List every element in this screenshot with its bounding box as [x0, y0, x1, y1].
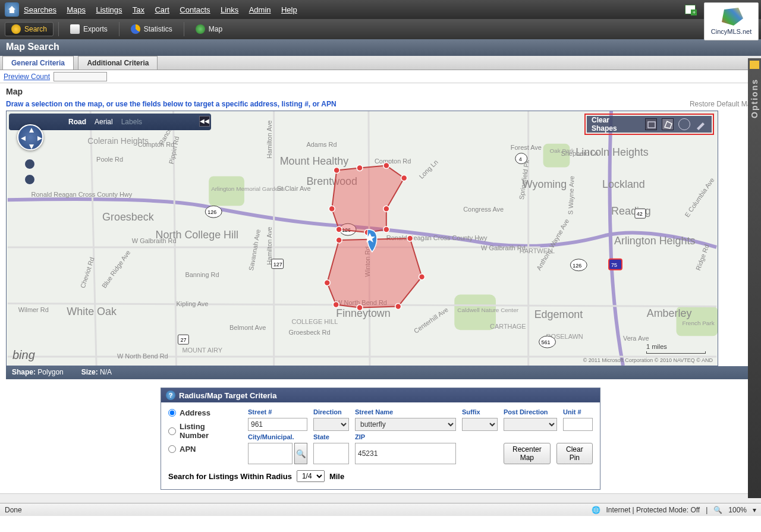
- svg-text:Ridge Rd: Ridge Rd: [694, 243, 710, 271]
- tab-additional-criteria[interactable]: Additional Criteria: [78, 56, 158, 70]
- svg-text:MOUNT AIRY: MOUNT AIRY: [182, 347, 222, 354]
- map-status-bar: Shape: Polygon Size: N/A: [6, 366, 755, 379]
- menu-links[interactable]: Links: [221, 5, 238, 14]
- horizontal-scrollbar[interactable]: [0, 493, 761, 503]
- svg-text:North College Hill: North College Hill: [156, 229, 238, 241]
- svg-text:E Columbia Ave: E Columbia Ave: [683, 177, 715, 218]
- svg-text:Ronald Reagan Cross County Hwy: Ronald Reagan Cross County Hwy: [32, 191, 133, 198]
- menu-listings[interactable]: Listings: [96, 5, 122, 14]
- radius-criteria-panel: ? Radius/Map Target Criteria Address Lis…: [161, 388, 600, 490]
- svg-text:Wilmer Rd: Wilmer Rd: [18, 306, 49, 313]
- toolbar-exports-button[interactable]: Exports: [64, 22, 114, 36]
- svg-text:Groesbeck: Groesbeck: [102, 211, 154, 223]
- preview-count-value: [54, 72, 107, 81]
- status-mode: Internet | Protected Mode: Off: [606, 506, 700, 514]
- restore-default-map-link[interactable]: Restore Default Map: [690, 100, 755, 108]
- menu-tax[interactable]: Tax: [133, 5, 144, 14]
- clear-pin-button[interactable]: Clear Pin: [556, 443, 593, 464]
- toolbar-separator: [119, 22, 120, 36]
- radius-select[interactable]: 1/4: [297, 470, 325, 482]
- zoom-icon[interactable]: 🔍: [713, 506, 722, 514]
- map-view-road[interactable]: Road: [68, 118, 86, 126]
- help-icon[interactable]: ?: [166, 391, 175, 400]
- menu-cart[interactable]: Cart: [155, 5, 169, 14]
- direction-select[interactable]: [313, 418, 349, 431]
- bing-logo: bing: [12, 348, 35, 362]
- new-window-icon[interactable]: +: [685, 5, 696, 14]
- clear-shapes-button[interactable]: Clear Shapes: [592, 116, 637, 133]
- options-toggle-icon[interactable]: [750, 61, 759, 69]
- street-no-input[interactable]: [248, 418, 307, 431]
- suffix-select[interactable]: [462, 418, 498, 431]
- svg-text:W Galbraith Rd: W Galbraith Rd: [481, 244, 526, 251]
- criteria-tabs: General Criteria Additional Criteria: [0, 56, 761, 70]
- circle-tool-icon[interactable]: [678, 118, 690, 130]
- zoom-in-icon[interactable]: [24, 159, 35, 169]
- menu-searches[interactable]: Searches: [24, 5, 56, 14]
- radio-listing-number[interactable]: Listing Number: [168, 422, 236, 440]
- draw-tool-icon[interactable]: [695, 118, 707, 130]
- unit-input[interactable]: [563, 418, 593, 431]
- zoom-out-icon[interactable]: [24, 174, 35, 185]
- status-done: Done: [5, 506, 22, 514]
- svg-text:Kipling Ave: Kipling Ave: [176, 300, 208, 307]
- radio-apn[interactable]: APN: [168, 445, 236, 454]
- city-lookup-button[interactable]: 🔍: [294, 443, 307, 464]
- toolbar-search-button[interactable]: Search: [5, 22, 54, 36]
- tab-general-criteria[interactable]: General Criteria: [2, 56, 74, 70]
- map-canvas[interactable]: Road Aerial Labels ◀◀ Clear Shapes: [6, 111, 718, 366]
- svg-marker-98: [332, 166, 404, 232]
- svg-text:Finneytown: Finneytown: [336, 307, 391, 319]
- ohio-logo-icon: [719, 8, 743, 26]
- svg-text:Oak Park: Oak Park: [550, 147, 574, 154]
- svg-point-114: [333, 302, 339, 308]
- size-value: N/A: [100, 368, 112, 376]
- menu-admin[interactable]: Admin: [249, 5, 271, 14]
- map-pan-control[interactable]: [17, 124, 43, 150]
- status-zoom[interactable]: 100%: [728, 506, 747, 514]
- polygon-tool-icon[interactable]: [662, 118, 674, 130]
- toolbar-exports-label: Exports: [83, 25, 108, 33]
- city-input[interactable]: [248, 443, 293, 464]
- menu-contacts[interactable]: Contacts: [180, 5, 210, 14]
- suffix-label: Suffix: [462, 408, 498, 415]
- home-icon[interactable]: [5, 2, 19, 17]
- recenter-map-button[interactable]: Recenter Map: [504, 443, 551, 464]
- svg-text:Belmont Ave: Belmont Ave: [229, 324, 266, 331]
- svg-point-113: [357, 304, 363, 310]
- collapse-map-controls-icon[interactable]: ◀◀: [199, 116, 210, 127]
- toolbar-statistics-button[interactable]: Statistics: [124, 22, 179, 36]
- map-view-labels[interactable]: Labels: [121, 118, 142, 126]
- status-separator: |: [706, 506, 707, 514]
- map-view-aerial[interactable]: Aerial: [95, 118, 113, 126]
- post-direction-select[interactable]: [504, 418, 557, 431]
- search-icon: [11, 24, 21, 34]
- brand-logo[interactable]: CincyMLS.net: [704, 2, 759, 40]
- radio-address[interactable]: Address: [168, 408, 236, 417]
- rectangle-tool-icon[interactable]: [645, 118, 657, 130]
- toolbar-map-button[interactable]: Map: [189, 22, 229, 36]
- svg-text:Wyoming: Wyoming: [523, 178, 567, 190]
- svg-marker-4: [29, 128, 34, 133]
- content-area: Map Draw a selection on the map, or use …: [0, 83, 761, 493]
- zip-input[interactable]: [355, 443, 456, 464]
- svg-text:COLLEGE HILL: COLLEGE HILL: [292, 318, 338, 325]
- state-input[interactable]: [313, 443, 349, 464]
- svg-point-102: [383, 163, 389, 169]
- preview-count-link[interactable]: Preview Count: [4, 73, 50, 81]
- shape-value: Polygon: [37, 368, 63, 376]
- svg-text:Long Ln: Long Ln: [417, 158, 439, 180]
- menu-maps[interactable]: Maps: [67, 5, 86, 14]
- svg-text:W North Bend Rd: W North Bend Rd: [117, 352, 168, 360]
- menu-help[interactable]: Help: [281, 5, 297, 14]
- street-name-select[interactable]: butterfly: [355, 418, 456, 431]
- zoom-dropdown-icon[interactable]: ▾: [753, 506, 756, 514]
- svg-text:Forest Ave: Forest Ave: [511, 144, 542, 151]
- svg-text:126: 126: [207, 209, 216, 215]
- svg-text:Caldwell Nature Center: Caldwell Nature Center: [457, 307, 518, 313]
- svg-text:Pippin Rd: Pippin Rd: [168, 136, 181, 165]
- options-sidebar[interactable]: Options: [748, 58, 761, 498]
- toolbar-separator: [184, 22, 184, 36]
- svg-point-112: [395, 303, 401, 309]
- page-title: Map Search: [0, 39, 761, 56]
